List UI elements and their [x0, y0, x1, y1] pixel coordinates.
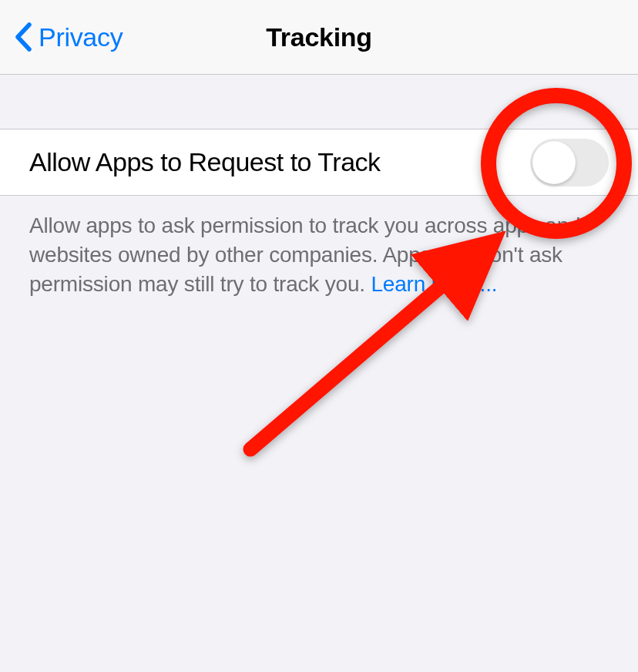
allow-apps-to-track-toggle[interactable]	[530, 139, 609, 186]
back-label: Privacy	[39, 22, 123, 52]
toggle-knob	[532, 141, 576, 184]
navigation-bar: Privacy Tracking	[0, 0, 638, 75]
learn-more-link[interactable]: Learn more...	[371, 272, 497, 296]
allow-apps-to-track-label: Allow Apps to Request to Track	[29, 147, 381, 177]
allow-apps-to-track-row: Allow Apps to Request to Track	[0, 129, 638, 196]
back-button[interactable]: Privacy	[14, 22, 123, 52]
section-spacer	[0, 75, 638, 129]
chevron-left-icon	[14, 22, 32, 52]
footer-text: Allow apps to ask permission to track yo…	[29, 213, 580, 296]
footer-description: Allow apps to ask permission to track yo…	[0, 196, 638, 299]
